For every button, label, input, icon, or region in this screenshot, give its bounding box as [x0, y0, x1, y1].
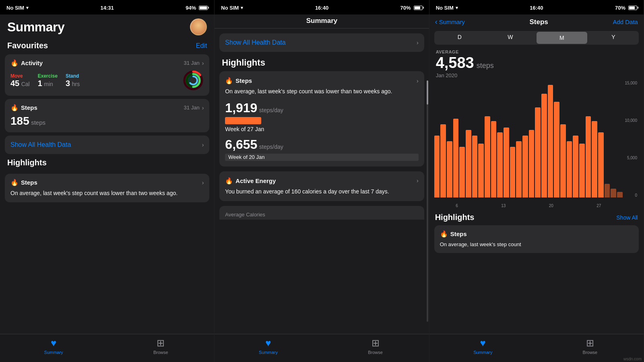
- chart-bar-15: [529, 130, 535, 197]
- move-number: 45: [10, 79, 19, 88]
- avg-unit: steps: [477, 62, 494, 70]
- summary-heart-icon-2: ♥: [265, 337, 271, 349]
- tab-summary-1[interactable]: ♥ Summary: [0, 337, 107, 360]
- activity-card[interactable]: 🔥 Activity 31 Jan › Move 45 Cal Exe: [5, 54, 209, 96]
- chart-bar-6: [472, 136, 478, 197]
- p3-steps-desc: On average, last week's step count: [440, 241, 633, 248]
- avg-value-row: 4,583 steps: [436, 54, 637, 72]
- wifi-icon-1: ▾: [26, 5, 29, 10]
- tab-summary-3[interactable]: ♥ Summary: [429, 337, 537, 360]
- show-all-button-1[interactable]: Show All Health Data ›: [5, 136, 209, 154]
- steps-card-1[interactable]: 🔥 Steps 31 Jan › 185 steps: [5, 99, 209, 132]
- show-all-health-button[interactable]: Show All Health Data ›: [219, 33, 424, 52]
- active-energy-desc: You burned an average of 160 calories a …: [225, 188, 418, 196]
- p3-steps-card[interactable]: 🔥 Steps On average, last week's step cou…: [434, 225, 639, 253]
- panel2-nav-title: Summary: [306, 17, 337, 25]
- back-label-3: Summary: [439, 19, 465, 25]
- edit-button[interactable]: Edit: [196, 42, 207, 49]
- chart-bar-1: [440, 124, 446, 197]
- tab-browse-label-3: Browse: [583, 350, 598, 355]
- show-all-chevron-1: ›: [202, 142, 204, 148]
- activity-ring: [183, 70, 204, 91]
- chart-bar-16: [535, 107, 541, 197]
- y-label-5000: 5,000: [627, 156, 637, 160]
- chart-x-labels: 6 13 20 27: [434, 204, 623, 208]
- panel3-content: ‹ Summary Steps Add Data D W M Y AVERAGE: [429, 14, 644, 334]
- status-bar-1: No SIM ▾ 14:31 94%: [0, 0, 214, 14]
- status-left-1: No SIM ▾: [6, 5, 29, 11]
- avg-date: Jan 2020: [429, 72, 644, 81]
- period-d[interactable]: D: [434, 31, 485, 45]
- panel-3: No SIM ▾ 16:40 70% ‹ Summary Steps Add D…: [429, 0, 644, 362]
- period-y[interactable]: Y: [588, 31, 639, 45]
- p2-highlights-title: Highlights: [215, 53, 429, 70]
- panel2-content: Summary Show All Health Data › Highlight…: [215, 14, 429, 334]
- panel3-title: Steps: [529, 18, 548, 26]
- highlight-title-row-1: 🔥 Steps: [10, 179, 37, 186]
- highlight-steps-card-1[interactable]: 🔥 Steps › On average, last week's step c…: [5, 174, 209, 202]
- add-data-button[interactable]: Add Data: [613, 19, 638, 25]
- week1-stats: 1,919 steps/day: [225, 101, 418, 115]
- carrier-3: No SIM: [436, 5, 454, 11]
- week2-unit: steps/day: [259, 144, 283, 150]
- highlight-desc-1: On average, last week's step count was l…: [10, 189, 204, 197]
- favourites-header: Favourites Edit: [0, 39, 214, 53]
- chart-bar-23: [579, 144, 585, 197]
- panel1-content: Summary Favourites Edit 🔥 Activity 31 Ja…: [0, 14, 214, 334]
- panel1-header: Summary: [0, 14, 214, 39]
- tab-summary-2[interactable]: ♥ Summary: [215, 337, 322, 360]
- period-w[interactable]: W: [485, 31, 536, 45]
- steps-fire-icon-2: 🔥: [225, 77, 233, 84]
- avg-section: AVERAGE 4,583 steps: [429, 48, 644, 72]
- battery-pct-2: 70%: [400, 5, 411, 11]
- chart-bar-4: [459, 147, 465, 197]
- exercise-label: Exercise: [38, 73, 58, 79]
- chart-bar-26: [598, 132, 604, 197]
- favourites-title: Favourites: [7, 41, 48, 50]
- highlight-fire-icon-1: 🔥: [10, 179, 19, 186]
- carrier-2: No SIM: [221, 5, 239, 11]
- chart-bar-18: [548, 85, 553, 197]
- battery-icon-3: [628, 6, 637, 10]
- exercise-number: 1: [38, 79, 42, 88]
- time-1: 14:31: [101, 5, 114, 11]
- highlights-section-1: Highlights: [0, 156, 214, 172]
- tab-browse-2[interactable]: ⊞ Browse: [322, 337, 429, 360]
- steps-highlight-header-2: 🔥 Steps ›: [225, 77, 418, 84]
- avg-calories-partial: Average Calories: [219, 206, 424, 220]
- back-button-3[interactable]: ‹ Summary: [435, 18, 465, 26]
- chart-bar-21: [567, 141, 572, 197]
- show-all-link-3[interactable]: Show All: [616, 214, 638, 221]
- chart-bar-25: [592, 121, 597, 197]
- wifi-icon-2: ▾: [241, 5, 243, 10]
- steps-chevron-1: ›: [202, 105, 204, 111]
- exercise-unit: min: [44, 81, 53, 87]
- chart-bar-29: [617, 192, 623, 197]
- steps-desc-2: On average, last week's step count was l…: [225, 88, 418, 96]
- active-energy-card[interactable]: 🔥 Active Energy › You burned an average …: [219, 171, 424, 202]
- y-label-10000: 10,000: [625, 118, 637, 123]
- exercise-value: 1 min: [38, 79, 58, 88]
- activity-stats: Move 45 Cal Exercise 1 min Stand: [10, 70, 204, 91]
- stand-number: 3: [66, 79, 70, 88]
- battery-icon-2: [414, 6, 423, 10]
- week1-unit: steps/day: [259, 107, 283, 113]
- browse-grid-icon-3: ⊞: [586, 337, 594, 349]
- tab-summary-label-1: Summary: [44, 350, 63, 355]
- week2-stats: 6,655 steps/day: [225, 137, 418, 152]
- period-m[interactable]: M: [537, 32, 587, 44]
- tab-summary-label-2: Summary: [259, 350, 278, 355]
- highlight-title-1: Steps: [21, 179, 37, 186]
- move-unit: Cal: [21, 81, 30, 87]
- stand-unit: hrs: [72, 81, 80, 87]
- tab-browse-1[interactable]: ⊞ Browse: [107, 337, 214, 360]
- active-energy-header: 🔥 Active Energy ›: [225, 177, 418, 185]
- highlight-chevron-1: ›: [202, 179, 204, 186]
- activity-card-header: 🔥 Activity 31 Jan ›: [10, 59, 204, 67]
- steps-highlight-card-2[interactable]: 🔥 Steps › On average, last week's step c…: [219, 71, 424, 167]
- chart-bar-12: [510, 147, 516, 197]
- chart-bar-10: [497, 132, 503, 197]
- avatar-1[interactable]: [190, 19, 207, 35]
- p3-highlights-title: Highlights: [435, 213, 475, 222]
- highlights-title-1: Highlights: [7, 158, 207, 167]
